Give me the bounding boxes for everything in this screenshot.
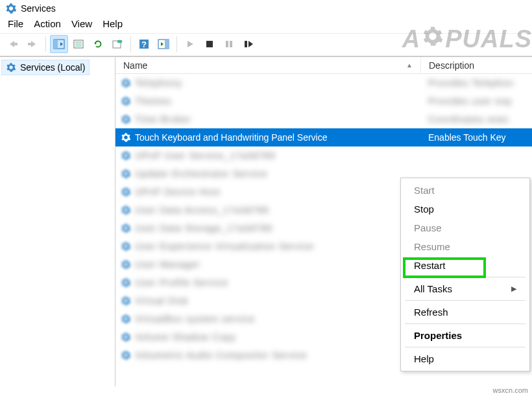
ctx-separator — [405, 323, 526, 324]
svg-rect-1 — [28, 43, 31, 45]
tree-root-label: Services (Local) — [20, 62, 85, 73]
nav-back-button[interactable] — [4, 35, 22, 53]
service-name-cell: Update Orchestrator Service — [115, 169, 420, 179]
svg-rect-12 — [165, 40, 169, 49]
gear-icon — [121, 241, 131, 252]
svg-rect-3 — [54, 40, 58, 49]
service-name-cell: Virtual Disk — [115, 296, 420, 306]
service-name-cell: UPnP User Service_17a3d789 — [115, 150, 420, 161]
list-header: Name ▲ Description — [115, 57, 532, 74]
service-desc-cell: Coordinates exec — [420, 114, 532, 124]
tree-pane: Services (Local) — [0, 57, 115, 386]
service-name-cell: User Data Storage_17a3d789 — [115, 223, 420, 233]
ctx-restart[interactable]: Restart — [401, 256, 529, 275]
ctx-start[interactable]: Start — [401, 181, 529, 200]
ctx-stop[interactable]: Stop — [401, 200, 529, 218]
menu-file[interactable]: File — [8, 18, 23, 29]
gear-icon — [121, 350, 131, 360]
service-desc-text: Enables Touch Key — [428, 132, 506, 143]
gear-icon — [121, 205, 131, 215]
column-header-description[interactable]: Description — [421, 58, 532, 73]
restart-service-button[interactable] — [239, 35, 258, 53]
ctx-refresh[interactable]: Refresh — [401, 303, 529, 322]
service-name-text: Time Broker — [135, 114, 191, 124]
service-row[interactable]: TelephonyProvides Telephon — [115, 74, 532, 92]
service-name-text: User Data Access_17a3d789 — [135, 205, 269, 215]
gear-icon — [121, 96, 131, 106]
service-row[interactable]: ThemesProvides user exp — [115, 92, 532, 110]
service-name-cell: Volumetric Audio Compositor Service — [115, 350, 420, 360]
service-row[interactable]: Touch Keyboard and Handwriting Panel Ser… — [115, 128, 532, 146]
service-desc-text: Provides user exp — [428, 96, 512, 106]
service-name-text: Volume Shadow Copy — [135, 332, 236, 342]
stop-service-button[interactable] — [200, 35, 219, 53]
ctx-separator — [405, 300, 526, 301]
ctx-pause[interactable]: Pause — [401, 218, 529, 237]
service-name-text: Touch Keyboard and Handwriting Panel Ser… — [135, 132, 328, 143]
service-name-text: Update Orchestrator Service — [135, 169, 267, 179]
start-service-button[interactable] — [181, 35, 199, 53]
svg-rect-0 — [14, 43, 18, 45]
gear-icon — [121, 259, 131, 270]
watermark-a: A — [402, 25, 420, 53]
ctx-resume[interactable]: Resume — [401, 237, 529, 256]
action-pane-button[interactable] — [154, 35, 173, 53]
service-desc-cell: Provides Telephon — [420, 78, 532, 88]
services-icon — [5, 3, 17, 14]
context-menu: Start Stop Pause Resume Restart All Task… — [400, 178, 530, 371]
watermark-puals: PUALS — [445, 25, 532, 53]
gear-icon — [121, 187, 131, 197]
service-name-cell: User Data Access_17a3d789 — [115, 205, 420, 215]
ctx-help[interactable]: Help — [401, 349, 529, 368]
pause-service-button[interactable] — [220, 35, 238, 53]
gear-icon — [121, 78, 131, 88]
export-button[interactable] — [108, 35, 127, 53]
menu-action[interactable]: Action — [34, 18, 61, 29]
properties-button[interactable] — [69, 35, 88, 53]
service-name-cell: Time Broker — [115, 114, 420, 124]
gear-icon — [121, 150, 131, 161]
column-header-name[interactable]: Name ▲ — [115, 58, 420, 73]
ctx-separator — [405, 277, 526, 277]
window-title: Services — [21, 3, 56, 14]
gear-icon — [422, 25, 444, 53]
service-name-text: VirtualBox system service — [135, 314, 255, 324]
service-name-text: User Data Storage_17a3d789 — [135, 223, 272, 233]
service-desc-text: Provides Telephon — [428, 78, 514, 88]
ctx-properties[interactable]: Properties — [401, 326, 529, 345]
svg-rect-13 — [206, 41, 213, 47]
service-desc-text: Coordinates exec — [428, 114, 509, 124]
refresh-button[interactable] — [89, 35, 107, 53]
ctx-separator — [405, 347, 526, 347]
gear-icon — [121, 277, 131, 288]
service-name-cell: Touch Keyboard and Handwriting Panel Ser… — [115, 132, 420, 143]
help-button[interactable]: ? — [135, 35, 153, 53]
nav-forward-button[interactable] — [23, 35, 42, 53]
title-bar: Services — [0, 0, 532, 16]
svg-rect-14 — [226, 41, 228, 47]
tree-root-item[interactable]: Services (Local) — [1, 60, 90, 75]
service-row[interactable]: UPnP User Service_17a3d789 — [115, 146, 532, 165]
gear-icon — [121, 169, 131, 179]
svg-rect-15 — [230, 41, 232, 47]
menu-help[interactable]: Help — [103, 18, 123, 29]
service-name-text: Telephony — [135, 78, 182, 88]
gear-icon — [121, 132, 131, 143]
service-desc-cell: Provides user exp — [420, 96, 532, 106]
menu-view[interactable]: View — [71, 18, 92, 29]
service-desc-cell — [420, 150, 532, 161]
ctx-all-tasks[interactable]: All Tasks▶ — [401, 279, 529, 298]
chevron-right-icon: ▶ — [511, 285, 516, 293]
service-name-cell: UPnP Device Host — [115, 187, 420, 197]
service-name-cell: User Experience Virtualization Service — [115, 241, 420, 252]
show-hide-tree-button[interactable] — [50, 35, 68, 53]
toolbar-separator — [45, 36, 46, 52]
service-name-cell: User Profile Service — [115, 277, 420, 288]
service-row[interactable]: Time BrokerCoordinates exec — [115, 110, 532, 128]
service-name-cell: VirtualBox system service — [115, 314, 420, 324]
watermark: A PUALS — [402, 25, 532, 53]
gear-icon — [121, 296, 131, 306]
service-name-text: Virtual Disk — [135, 296, 189, 306]
service-name-cell: Themes — [115, 96, 420, 106]
column-name-label: Name — [123, 60, 147, 71]
